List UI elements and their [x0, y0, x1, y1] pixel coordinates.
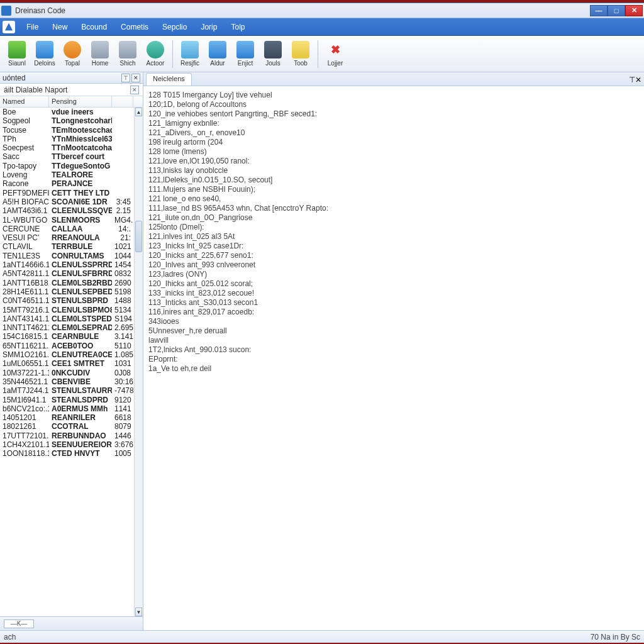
- menu-file[interactable]: File: [20, 20, 45, 34]
- table-row[interactable]: 1aMT7J244.1STENULSTAURR-7478: [0, 386, 134, 395]
- table-cell: 2.15: [112, 206, 133, 215]
- tool-actoor[interactable]: Actoor: [142, 38, 169, 70]
- tool-toob-label: Toob: [294, 60, 308, 67]
- table-row[interactable]: 28H14E611.1CLENULSEPBED5198: [0, 287, 134, 296]
- table-row[interactable]: VESUI PC'RREANOULA21:: [0, 233, 134, 242]
- table-body[interactable]: Boevdue ineersSogpeolTLongnestcoharlaNDT…: [0, 108, 134, 616]
- tool-siaunl[interactable]: Siaunl: [4, 38, 30, 70]
- table-row[interactable]: 1uML06551.1CEE1 SMTRET1031: [0, 359, 134, 368]
- code-line: 111.Mujers ane NSBHI Fouuin);: [148, 185, 639, 194]
- menu-sepclio[interactable]: Sepclio: [156, 20, 193, 34]
- table-row[interactable]: A5!H BIOFACSCOANl6E 1DR3:45: [0, 197, 134, 206]
- maximize-button[interactable]: □: [608, 5, 625, 16]
- tool-siaunl-label: Siaunl: [8, 60, 26, 67]
- col-named[interactable]: Named: [0, 96, 49, 107]
- table-row[interactable]: TEN1LE3SCONRULTAMS1044: [0, 252, 134, 260]
- menu-jorip[interactable]: Jorip: [194, 20, 223, 34]
- table-row[interactable]: b6NCV21co:.1A0ERMUS MMh1141: [0, 404, 134, 413]
- table-row[interactable]: 65NT116211.1ACEB0TOO5110: [0, 341, 134, 350]
- table-cell: [112, 116, 133, 125]
- tool-toob-icon: [292, 41, 309, 58]
- table-row[interactable]: TocuseTEmltootescchadinD: [0, 126, 134, 135]
- table-row[interactable]: Boevdue ineers: [0, 108, 134, 116]
- tool-deloins-label: Deloins: [34, 60, 55, 67]
- menu-tolp[interactable]: Tolp: [225, 20, 251, 34]
- menu-cometis[interactable]: Cometis: [114, 20, 155, 34]
- table-cell: SCOANl6E 1DR: [49, 197, 112, 206]
- table-row[interactable]: 1OON18118.1CTED HNVYT1005: [0, 449, 134, 458]
- menu-bcound[interactable]: Bcound: [75, 20, 113, 34]
- table-cell: [112, 179, 133, 188]
- table-row[interactable]: 14051201REANRILER6618: [0, 413, 134, 422]
- tool-resjfic[interactable]: Resjfic: [177, 38, 203, 70]
- close-button[interactable]: ✕: [625, 5, 643, 16]
- table-row[interactable]: LovengTEALRORE: [0, 170, 134, 179]
- tool-lojjer[interactable]: ✖Lojjer: [322, 38, 348, 70]
- code-line: EPoprnt:: [148, 355, 639, 364]
- tool-jouls[interactable]: Jouls: [260, 38, 286, 70]
- panel-title: uónted: [3, 74, 120, 82]
- table-row[interactable]: SogpeolTLongnestcoharlaND: [0, 116, 134, 125]
- table-cell: Sacc: [0, 152, 49, 161]
- table-cell: CEARNBULE: [49, 332, 112, 341]
- table-row[interactable]: 1ANTT16B18.1CLEM0LSB2RBD2690: [0, 279, 134, 287]
- vertical-scrollbar[interactable]: ▲ ▼: [134, 108, 143, 616]
- tool-aldur[interactable]: Aldur: [204, 38, 231, 70]
- table-row[interactable]: 10M37221-1.10NKCUDIV0J08: [0, 369, 134, 377]
- table-cell: A0ERMUS MMh: [49, 404, 112, 413]
- table-cell: 6618: [112, 413, 133, 422]
- table-row[interactable]: 35N446521.1CBENVIBE30:16: [0, 377, 134, 386]
- table-row[interactable]: 1AMT463i6.1CLEENULSSQVEBl2.15: [0, 206, 134, 215]
- tab-pin-icon[interactable]: ⊤: [629, 75, 635, 84]
- tool-deloins[interactable]: Deloins: [31, 38, 58, 70]
- table-row[interactable]: 1L-WBUTGOSLENMOORSMG4.: [0, 216, 134, 225]
- menu-new[interactable]: New: [46, 20, 74, 34]
- table-row[interactable]: 1NNT1T46211.1CLEM0LSEPRAD2.695: [0, 323, 134, 332]
- tab-neiclelens[interactable]: Neiclelens: [146, 73, 192, 86]
- table-cell: 1031: [112, 359, 133, 368]
- table-row[interactable]: SoecpestTTnMootcatcohadieMl: [0, 143, 134, 152]
- tab-close-icon[interactable]: ✕: [635, 75, 641, 84]
- panel-close-icon[interactable]: ✕: [131, 74, 140, 82]
- table-row[interactable]: 1CH4X2101.1SEENUUEREIOR3:676: [0, 440, 134, 449]
- app-menu-icon[interactable]: [3, 21, 15, 33]
- table-row[interactable]: 18021261CCOTRAL8079: [0, 422, 134, 431]
- table-row[interactable]: Tpo-tapoyTTdegueSontoG: [0, 162, 134, 170]
- table-row[interactable]: SMM1O2161.1CLENUTREA0CER1.085: [0, 350, 134, 359]
- panel-pin-icon[interactable]: ⊤: [121, 74, 130, 82]
- scroll-thumb[interactable]: [135, 221, 142, 252]
- table-cell: 1OON18118.1: [0, 449, 49, 458]
- table-cell: 17UTT72101.1: [0, 431, 49, 440]
- table-cell: [112, 143, 133, 152]
- table-row[interactable]: A5NT42811.1CLENULSFBRRD0832: [0, 269, 134, 278]
- col-value[interactable]: [112, 96, 133, 107]
- table-row[interactable]: TPhYTnMhiesslcel63M: [0, 135, 134, 143]
- table-row[interactable]: CERCUNECALLAA14:.: [0, 225, 134, 233]
- table-row[interactable]: 1aNT1466i6.1CLENULSSPRRD1454: [0, 260, 134, 269]
- scroll-down-icon[interactable]: ▼: [135, 608, 142, 616]
- table-row[interactable]: C0NT46511.1STENULSBPRD1488: [0, 296, 134, 305]
- table-row[interactable]: SaccTTbercef court: [0, 152, 134, 161]
- menubar: FileNewBcoundCometisSepclioJoripTolp: [0, 18, 644, 36]
- tool-toob[interactable]: Toob: [287, 38, 314, 70]
- tool-enjict[interactable]: Enjict: [232, 38, 258, 70]
- table-row[interactable]: PEFT9DMEFICETT THEY LTD POTES: [0, 189, 134, 197]
- table-header: Named Pensing: [0, 96, 143, 108]
- table-row[interactable]: RaconePERAJNCE: [0, 179, 134, 188]
- sub-panel-close-icon[interactable]: ✕: [130, 86, 139, 94]
- table-row[interactable]: 1ANT43141.1CLEM0LSTSPEDS194: [0, 314, 134, 323]
- table-row[interactable]: 15MT79216.1CLENULSBPMO85134: [0, 306, 134, 314]
- table-row[interactable]: 154C16815.1CEARNBULE3.141: [0, 332, 134, 341]
- tool-topal[interactable]: Topal: [59, 38, 86, 70]
- bottom-button[interactable]: —K—: [4, 619, 34, 628]
- scroll-up-icon[interactable]: ▲: [135, 108, 142, 116]
- tool-shich[interactable]: Shich: [114, 38, 141, 70]
- table-row[interactable]: 15M1l6941.1STEANLSDPRD9120: [0, 396, 134, 404]
- tool-lojjer-label: Lojjer: [328, 60, 343, 67]
- table-row[interactable]: CTLAVILTERRBULE1021: [0, 242, 134, 251]
- col-pensing[interactable]: Pensing: [49, 96, 112, 107]
- table-row[interactable]: 17UTT72101.1RERBUNNDAO1446: [0, 431, 134, 440]
- code-editor[interactable]: 128 T015 Imergancy Loy] tive vehuel120;1…: [143, 86, 644, 630]
- minimize-button[interactable]: —: [590, 5, 608, 16]
- tool-home[interactable]: Home: [87, 38, 113, 70]
